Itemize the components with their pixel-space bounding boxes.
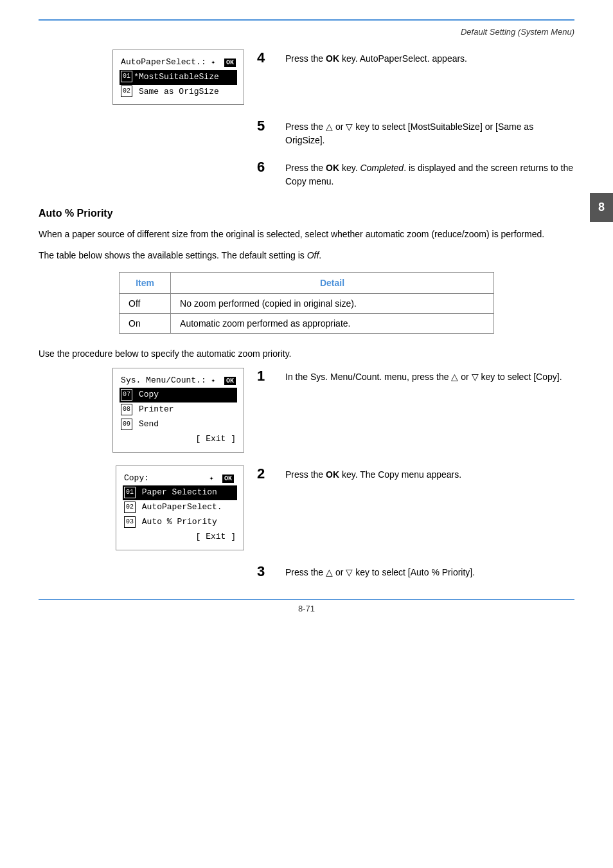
intro-text-2: The table below shows the available sett…	[39, 248, 574, 262]
step-4-text: Press the OK key. AutoPaperSelect. appea…	[285, 52, 467, 66]
step-4-number: 4	[257, 50, 272, 66]
page-header: Default Setting (System Menu)	[39, 27, 574, 37]
sys-lcd-footer: [ Exit ]	[120, 432, 237, 447]
step-3-block: 3 Press the △ or ▽ key to select [Auto %…	[257, 563, 574, 580]
step-2-number: 2	[257, 466, 272, 482]
table-header-item: Item	[120, 273, 171, 294]
step-1-block: Sys. Menu/Count.: ✦ OK 07 Copy 08 Printe…	[39, 368, 574, 453]
table-row: OffNo zoom performed (copied in original…	[120, 294, 494, 314]
step-4-block: AutoPaperSelect.: ✦ OK 01*MostSuitableSi…	[39, 50, 574, 105]
step-6-text: Press the OK key. Completed. is displaye…	[285, 161, 574, 188]
table-cell-detail: No zoom performed (copied in original si…	[171, 294, 494, 314]
step-3-text: Press the △ or ▽ key to select [Auto % P…	[285, 566, 475, 579]
section-title: Auto % Priority	[39, 208, 574, 219]
chapter-number: 8	[598, 201, 605, 213]
step-1-text: In the Sys. Menu/Count. menu, press the …	[285, 370, 562, 384]
step-4-content: 4 Press the OK key. AutoPaperSelect. app…	[257, 50, 574, 66]
step-1-number: 1	[257, 368, 272, 384]
lcd-row-2: 02 Same as OrigSize	[120, 85, 237, 100]
procedure-intro: Use the procedure below to specify the a…	[39, 347, 574, 361]
sys-lcd-row-3: 09 Send	[120, 417, 237, 432]
step-2-block: Copy: ✦ OK 01 Paper Selection 02 AutoPap…	[39, 466, 574, 550]
auto-paper-select-lcd: AutoPaperSelect.: ✦ OK 01*MostSuitableSi…	[112, 50, 244, 105]
step-2-lcd: Copy: ✦ OK 01 Paper Selection 02 AutoPap…	[39, 466, 244, 550]
settings-table: Item Detail OffNo zoom performed (copied…	[119, 272, 494, 334]
table-cell-item: Off	[120, 294, 171, 314]
step-2-content: 2 Press the OK key. The Copy menu appear…	[257, 466, 574, 482]
chapter-tab: 8	[590, 193, 613, 222]
step-1-content: 1 In the Sys. Menu/Count. menu, press th…	[257, 368, 574, 384]
table-cell-detail: Automatic zoom performed as appropriate.	[171, 314, 494, 334]
step-5-text: Press the △ or ▽ key to select [MostSuit…	[285, 120, 574, 147]
header-title: Default Setting (System Menu)	[461, 27, 574, 37]
sys-lcd-row-2: 08 Printer	[120, 402, 237, 417]
table-row: OnAutomatic zoom performed as appropriat…	[120, 314, 494, 334]
sys-menu-lcd: Sys. Menu/Count.: ✦ OK 07 Copy 08 Printe…	[112, 368, 244, 453]
lcd-row-1: 01*MostSuitableSize	[120, 70, 237, 85]
copy-lcd-title: Copy: ✦ OK	[123, 471, 237, 486]
intro2-italic: Off	[307, 250, 319, 260]
copy-lcd-row-3: 03 Auto % Priority	[123, 515, 237, 530]
table-header-detail: Detail	[171, 273, 494, 294]
step-3-number: 3	[257, 563, 272, 580]
sys-lcd-title: Sys. Menu/Count.: ✦ OK	[120, 374, 237, 388]
copy-lcd-footer: [ Exit ]	[123, 530, 237, 545]
copy-lcd-row-2: 02 AutoPaperSelect.	[123, 500, 237, 515]
intro2-text: The table below shows the available sett…	[39, 250, 307, 260]
intro2-end: .	[319, 250, 321, 260]
step-2-text: Press the OK key. The Copy menu appears.	[285, 468, 461, 482]
table-cell-item: On	[120, 314, 171, 334]
top-rule	[39, 19, 574, 21]
page-container: Default Setting (System Menu) AutoPaperS…	[0, 0, 613, 868]
intro-text-1: When a paper source of different size fr…	[39, 227, 574, 241]
page-number: 8-71	[39, 604, 574, 613]
step-1-lcd: Sys. Menu/Count.: ✦ OK 07 Copy 08 Printe…	[39, 368, 244, 453]
bottom-rule	[39, 599, 574, 600]
step-6-number: 6	[257, 159, 272, 176]
step-5-block: 5 Press the △ or ▽ key to select [MostSu…	[257, 118, 574, 147]
copy-menu-lcd: Copy: ✦ OK 01 Paper Selection 02 AutoPap…	[116, 466, 244, 550]
sys-lcd-row-1: 07 Copy	[120, 388, 237, 402]
copy-lcd-row-1: 01 Paper Selection	[123, 485, 237, 500]
lcd-title-row: AutoPaperSelect.: ✦ OK	[120, 55, 237, 70]
step-6-block: 6 Press the OK key. Completed. is displa…	[257, 159, 574, 188]
step-4-lcd: AutoPaperSelect.: ✦ OK 01*MostSuitableSi…	[39, 50, 244, 105]
step-5-number: 5	[257, 118, 272, 134]
